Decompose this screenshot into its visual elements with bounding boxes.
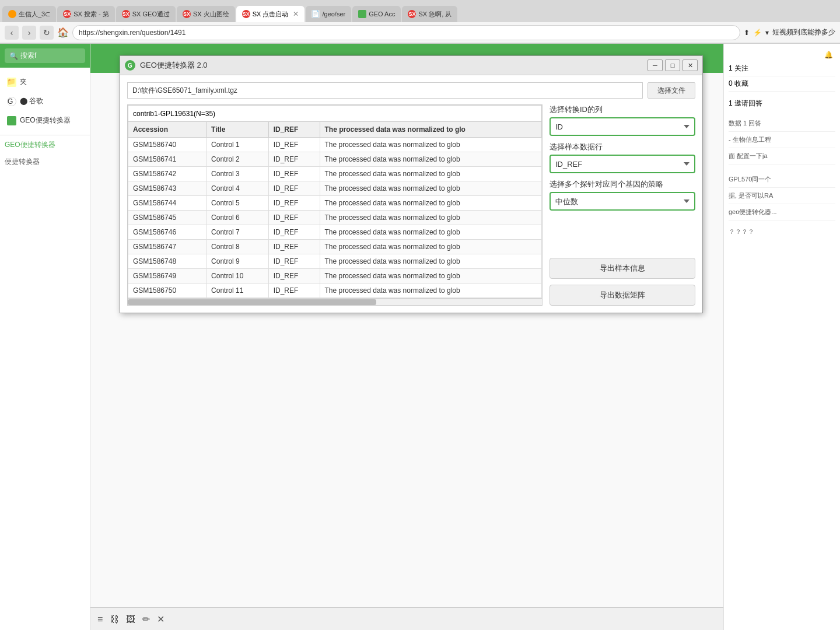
bell-icon[interactable]: 🔔 xyxy=(824,51,833,59)
search-icon: 🔍 xyxy=(9,52,18,60)
comment-data: 数据 1 回答 xyxy=(729,116,835,132)
table-row[interactable]: GSM1586740 Control 1 ID_REF The processe… xyxy=(128,138,542,152)
cell-idref: ID_REF xyxy=(268,284,320,298)
sidebar-search[interactable]: 🔍 搜索f xyxy=(5,48,85,63)
window-icon: G xyxy=(125,60,135,71)
edit-icon[interactable]: ✏ xyxy=(142,614,150,625)
table-row[interactable]: GSM1586746 Control 7 ID_REF The processe… xyxy=(128,225,542,240)
col-header-accession: Accession xyxy=(128,122,206,138)
cell-idref: ID_REF xyxy=(268,167,320,181)
export-sample-button[interactable]: 导出样本信息 xyxy=(550,258,695,279)
sidebar-item-google[interactable]: G ⬤ 谷歌 xyxy=(0,92,90,111)
cell-accession: GSM1586748 xyxy=(128,254,206,269)
close-button[interactable]: ✕ xyxy=(682,60,698,71)
cell-title: Control 7 xyxy=(206,225,269,240)
question-marks: ？？？？ xyxy=(729,228,835,236)
strategy-label: 选择多个探针对应同个基因的策略 xyxy=(550,179,695,190)
tab-sx2[interactable]: SX SX 急啊, 从 xyxy=(402,6,457,22)
url-input[interactable] xyxy=(72,25,740,40)
toolbar-right: ⬆ ⚡ ▾ 短视频到底能挣多少 xyxy=(744,27,835,37)
forward-button[interactable]: › xyxy=(22,26,36,40)
cell-idref: ID_REF xyxy=(268,138,320,152)
cell-desc: The processed data was normalized to glo… xyxy=(320,225,541,240)
cell-title: Control 10 xyxy=(206,269,269,284)
cell-idref: ID_REF xyxy=(268,196,320,211)
minimize-button[interactable]: ─ xyxy=(648,60,663,71)
strategy-select[interactable]: 中位数 平均数 xyxy=(550,192,695,211)
sub-content-section: GPL570同一个 据, 是否可以RA geo便捷转化器... xyxy=(729,172,835,220)
sidebar-item-folder[interactable]: 📁 夹 xyxy=(0,72,90,92)
tab-close-icon[interactable]: ✕ xyxy=(293,10,299,18)
tab-favicon-geoacc xyxy=(358,10,366,18)
cell-title: Control 4 xyxy=(206,181,269,196)
table-row[interactable]: GSM1586747 Control 8 ID_REF The processe… xyxy=(128,240,542,254)
table-scrollbar[interactable] xyxy=(128,298,542,305)
cell-accession: GSM1586744 xyxy=(128,196,206,211)
table-area: Accession Title ID_REF The processed dat… xyxy=(127,104,542,306)
comment-config-text: 面 配置一下ja xyxy=(729,152,768,159)
contrib-selector[interactable] xyxy=(128,105,542,121)
comment-data-text: 数据 1 回答 xyxy=(729,120,761,127)
table-row[interactable]: GSM1586748 Control 9 ID_REF The processe… xyxy=(128,254,542,269)
cell-accession: GSM1586740 xyxy=(128,138,206,152)
cell-title: Control 9 xyxy=(206,254,269,269)
strategy-section: 选择多个探针对应同个基因的策略 中位数 平均数 xyxy=(550,179,695,211)
cell-title: Control 6 xyxy=(206,211,269,225)
tab-active[interactable]: SX SX 点击启动 ✕ xyxy=(236,6,305,22)
tab-label-sx1: SX 搜索 - 第 xyxy=(74,10,109,19)
table-row[interactable]: GSM1586743 Control 4 ID_REF The processe… xyxy=(128,181,542,196)
cell-desc: The processed data was normalized to glo… xyxy=(320,240,541,254)
cell-accession: GSM1586745 xyxy=(128,211,206,225)
table-scroll-area[interactable]: Accession Title ID_REF The processed dat… xyxy=(128,121,542,298)
tab-favicon-geo3: 📄 xyxy=(312,10,320,18)
tab-geoacc[interactable]: GEO Acc xyxy=(352,6,401,22)
cell-desc: The processed data was normalized to glo… xyxy=(320,138,541,152)
invite-label: 1 邀请回答 xyxy=(729,99,762,107)
sidebar-menu: 📁 夹 G ⬤ 谷歌 GEO便捷转换器 xyxy=(0,68,90,135)
table-row[interactable]: GSM1586750 Control 11 ID_REF The process… xyxy=(128,284,542,298)
sub-ra: 据, 是否可以RA xyxy=(729,188,835,204)
maximize-button[interactable]: □ xyxy=(665,60,680,71)
tab-label-geo1: SX GEO通过 xyxy=(132,10,170,19)
browser-chrome: 生信人_3⊂ SX SX 搜索 - 第 SX SX GEO通过 SX SX 火山… xyxy=(0,0,840,44)
reload-button[interactable]: ↻ xyxy=(40,26,54,40)
chevron-down-icon: ▾ xyxy=(765,29,769,37)
id-col-select[interactable]: ID ID_REF xyxy=(550,117,695,136)
tab-label-fire: SX 火山图绘 xyxy=(193,10,229,19)
col-header-idref: ID_REF xyxy=(268,122,320,138)
cell-title: Control 8 xyxy=(206,240,269,254)
sample-row-select[interactable]: ID_REF ID xyxy=(550,155,695,173)
cell-accession: GSM1586749 xyxy=(128,269,206,284)
table-row[interactable]: GSM1586744 Control 5 ID_REF The processe… xyxy=(128,196,542,211)
cell-accession: GSM1586746 xyxy=(128,225,206,240)
table-row[interactable]: GSM1586749 Control 10 ID_REF The process… xyxy=(128,269,542,284)
image-icon[interactable]: 🖼 xyxy=(126,614,135,625)
window-titlebar: G GEO便捷转换器 2.0 ─ □ ✕ xyxy=(120,56,702,75)
cell-idref: ID_REF xyxy=(268,254,320,269)
window-controls: ─ □ ✕ xyxy=(648,60,698,71)
file-row: 选择文件 xyxy=(127,82,695,99)
content-area: Accession Title ID_REF The processed dat… xyxy=(127,104,695,306)
folder-icon: 📁 xyxy=(7,78,16,87)
export-matrix-button[interactable]: 导出数据矩阵 xyxy=(550,285,695,306)
file-path-input[interactable] xyxy=(127,82,643,99)
sidebar-item-geo[interactable]: GEO便捷转换器 xyxy=(0,111,90,130)
tab-geo3[interactable]: 📄 /geo/ser xyxy=(306,6,351,22)
table-row[interactable]: GSM1586741 Control 2 ID_REF The processe… xyxy=(128,152,542,167)
tab-fire[interactable]: SX SX 火山图绘 xyxy=(177,6,235,22)
table-row[interactable]: GSM1586745 Control 6 ID_REF The processe… xyxy=(128,211,542,225)
home-button[interactable]: 🏠 xyxy=(57,27,69,38)
link-icon[interactable]: ⛓ xyxy=(110,614,119,625)
sidebar-tool-label: 便捷转换器 xyxy=(0,155,90,169)
select-file-button[interactable]: 选择文件 xyxy=(648,82,695,99)
cell-accession: GSM1586741 xyxy=(128,152,206,167)
menu-icon[interactable]: ≡ xyxy=(97,614,103,625)
tab-sx1[interactable]: SX SX 搜索 - 第 xyxy=(57,6,115,22)
tab-geo1[interactable]: SX SX GEO通过 xyxy=(116,6,176,22)
back-button[interactable]: ‹ xyxy=(5,26,19,40)
table-row[interactable]: GSM1586742 Control 3 ID_REF The processe… xyxy=(128,167,542,181)
tab-life[interactable]: 生信人_3⊂ xyxy=(2,6,56,22)
sample-row-section: 选择样本数据行 ID_REF ID xyxy=(550,142,695,173)
close-tool-icon[interactable]: ✕ xyxy=(157,614,164,625)
sub-gpl: GPL570同一个 xyxy=(729,172,835,188)
